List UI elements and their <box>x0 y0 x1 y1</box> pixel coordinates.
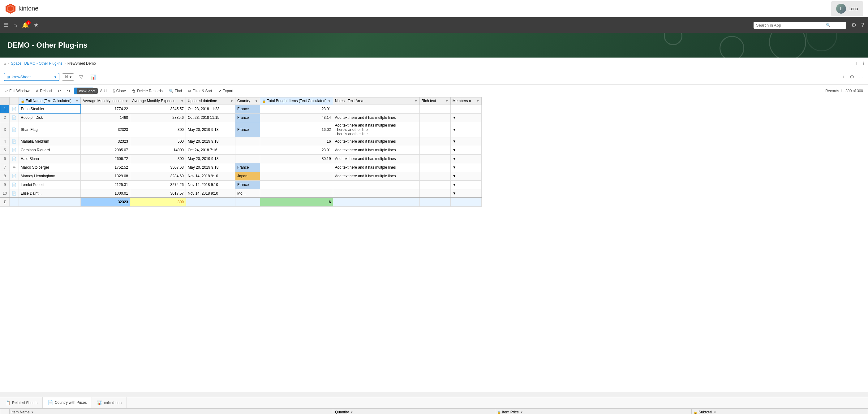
related-col-qty[interactable]: Quantity ▼ <box>333 409 495 414</box>
row-updated-cell[interactable]: May 20, 2019 9:18 <box>186 137 236 146</box>
sort-icon-notes[interactable]: ▼ <box>414 99 417 103</box>
row-fullname-cell[interactable]: Lorelei Potteril <box>19 180 81 189</box>
row-members-cell[interactable]: ▼ <box>451 180 481 189</box>
row-fullname-cell[interactable]: Mahalia Meldrum <box>19 137 81 146</box>
delete-records-button[interactable]: 🗑 Delete Records <box>130 88 165 94</box>
row-doc-cell[interactable]: 📄 <box>9 122 19 137</box>
row-notes-cell[interactable] <box>333 105 420 113</box>
row-notes-cell[interactable]: Add text here and it has multple lines <box>333 163 420 172</box>
row-updated-cell[interactable]: Oct 24, 2018 7:16 <box>186 146 236 154</box>
row-updated-cell[interactable]: Nov 14, 2018 9:10 <box>186 189 236 198</box>
row-avgincome-cell[interactable]: 32323 <box>81 122 130 137</box>
row-avgexpense-cell[interactable]: 300 <box>130 122 186 137</box>
row-richtext-cell[interactable] <box>420 113 451 122</box>
row-richtext-cell[interactable] <box>420 105 451 113</box>
row-avgexpense-cell[interactable]: 2785.6 <box>130 113 186 122</box>
row-doc-cell[interactable]: 📄 <box>9 137 19 146</box>
chart-button[interactable]: 📊 <box>88 73 99 81</box>
row-richtext-cell[interactable] <box>420 180 451 189</box>
row-fullname-cell[interactable]: Shari Flag <box>19 122 81 137</box>
col-header-updated[interactable]: Updated datetime ▼ <box>186 97 236 105</box>
row-totalitems-cell[interactable] <box>260 180 333 189</box>
row-notes-cell[interactable]: Add text here and it has multple lines -… <box>333 122 420 137</box>
row-country-cell[interactable] <box>236 146 260 154</box>
related-col-price[interactable]: 🔒 Item Price ▼ <box>495 409 692 414</box>
filter-sort-button[interactable]: ⊜ Filter & Sort <box>186 88 214 94</box>
row-doc-cell[interactable]: 📄 <box>9 154 19 163</box>
find-button[interactable]: 🔍 Find <box>166 88 184 94</box>
row-avgincome-cell[interactable]: 1329.08 <box>81 172 130 180</box>
help-icon[interactable]: ? <box>861 22 864 28</box>
row-totalitems-cell[interactable]: 16 <box>260 137 333 146</box>
row-fullname-cell[interactable]: Marco Stolberger <box>19 163 81 172</box>
sort-icon-totalitems[interactable]: ▼ <box>328 99 331 103</box>
row-updated-cell[interactable]: May 20, 2019 9:18 <box>186 122 236 137</box>
row-avgincome-cell[interactable]: 1752.52 <box>81 163 130 172</box>
row-country-cell[interactable]: France <box>236 105 260 113</box>
row-members-cell[interactable]: ▼ <box>451 137 481 146</box>
row-totalitems-cell[interactable]: 80.19 <box>260 154 333 163</box>
table-row[interactable]: 7 ✏ Marco Stolberger 1752.52 3507.63 May… <box>0 163 482 172</box>
row-members-cell[interactable]: ▼ <box>451 189 481 198</box>
table-row[interactable]: 3 📄 Shari Flag 32323 300 May 20, 2019 9:… <box>0 122 482 137</box>
related-table-wrapper[interactable]: Item Name ▼ Quantity ▼ � <box>0 408 868 414</box>
row-members-cell[interactable]: ▼ <box>451 113 481 122</box>
row-fullname-cell[interactable]: Marney Henningham <box>19 172 81 180</box>
sort-icon-avgexpense[interactable]: ▼ <box>181 99 184 103</box>
related-tab[interactable]: 📊calculation <box>92 397 127 408</box>
sort-icon-updated[interactable]: ▼ <box>230 99 233 103</box>
flow-button[interactable]: ⌘ ▾ <box>62 73 74 81</box>
reload-button[interactable]: ↺ Reload <box>33 88 54 94</box>
row-totalitems-cell[interactable]: 23.91 <box>260 105 333 113</box>
row-members-cell[interactable] <box>451 105 481 113</box>
row-richtext-cell[interactable] <box>420 172 451 180</box>
row-country-cell[interactable]: France <box>236 180 260 189</box>
col-header-avgincome[interactable]: Average Monthly Income ▼ <box>81 97 130 105</box>
related-qty-sort[interactable]: ▼ <box>350 411 353 414</box>
col-header-country[interactable]: Country ▼ <box>236 97 260 105</box>
horizontal-scrollbar[interactable] <box>0 392 868 397</box>
table-row[interactable]: 10 📄 Elise Daint... 1000.01 3017.57 Nov … <box>0 189 482 198</box>
row-avgexpense-cell[interactable]: 3284.69 <box>130 172 186 180</box>
row-doc-cell[interactable]: 📄 <box>9 105 19 113</box>
row-notes-cell[interactable] <box>333 180 420 189</box>
related-price-sort[interactable]: ▼ <box>520 411 523 414</box>
row-avgincome-cell[interactable]: 1774.22 <box>81 105 130 113</box>
row-country-cell[interactable]: Mo... <box>236 189 260 198</box>
row-avgexpense-cell[interactable]: 14000 <box>130 146 186 154</box>
user-area[interactable]: L Lena <box>831 1 863 16</box>
related-item-sort[interactable]: ▼ <box>31 411 34 414</box>
row-totalitems-cell[interactable] <box>260 163 333 172</box>
row-notes-cell[interactable] <box>333 189 420 198</box>
table-row[interactable]: 2 📄 Rudolph Dick 1460 2785.6 Oct 23, 201… <box>0 113 482 122</box>
related-col-item[interactable]: Item Name ▼ <box>9 409 333 414</box>
col-header-notes[interactable]: Notes - Text Area ▼ <box>333 97 420 105</box>
related-col-subtotal[interactable]: 🔒 Subtotal ▼ <box>692 409 868 414</box>
row-members-cell[interactable]: ▼ <box>451 122 481 137</box>
more-button[interactable]: ··· <box>858 73 864 81</box>
row-country-cell[interactable] <box>236 137 260 146</box>
row-fullname-cell[interactable]: Rudolph Dick <box>19 113 81 122</box>
row-avgexpense-cell[interactable]: 3274.26 <box>130 180 186 189</box>
col-header-avgexpense[interactable]: Average Monthly Expense ▼ <box>130 97 186 105</box>
row-doc-cell[interactable]: 📄 <box>9 113 19 122</box>
table-row[interactable]: 9 📄 Lorelei Potteril 2125.31 3274.26 Nov… <box>0 180 482 189</box>
search-box[interactable]: 🔍 <box>753 22 846 29</box>
row-fullname-cell[interactable]: Erinn Steabler <box>19 105 81 113</box>
row-totalitems-cell[interactable]: 16.02 <box>260 122 333 137</box>
col-header-fullname[interactable]: 🔒 Full Name (Text Calculated) ▼ <box>19 97 81 105</box>
row-fullname-cell[interactable]: Hale Blunn <box>19 154 81 163</box>
col-header-richtext[interactable]: Rich text ▼ <box>420 97 451 105</box>
sort-icon-fullname[interactable]: ▼ <box>75 99 79 103</box>
col-header-totalitems[interactable]: 🔒 Total Bought Items (Text Calculated) ▼ <box>260 97 333 105</box>
undo-button[interactable]: ↩ <box>55 88 63 94</box>
sort-icon-avgincome[interactable]: ▼ <box>125 99 128 103</box>
row-richtext-cell[interactable] <box>420 163 451 172</box>
add-record-button[interactable]: + <box>840 73 846 81</box>
row-updated-cell[interactable]: Nov 14, 2018 9:10 <box>186 172 236 180</box>
info-icon[interactable]: ℹ <box>863 61 864 66</box>
notification-icon[interactable]: 🔔 1 <box>22 22 29 28</box>
view-selector[interactable]: ⊞ krewSheet ▾ <box>4 73 59 81</box>
row-members-cell[interactable]: ▼ <box>451 163 481 172</box>
row-richtext-cell[interactable] <box>420 146 451 154</box>
